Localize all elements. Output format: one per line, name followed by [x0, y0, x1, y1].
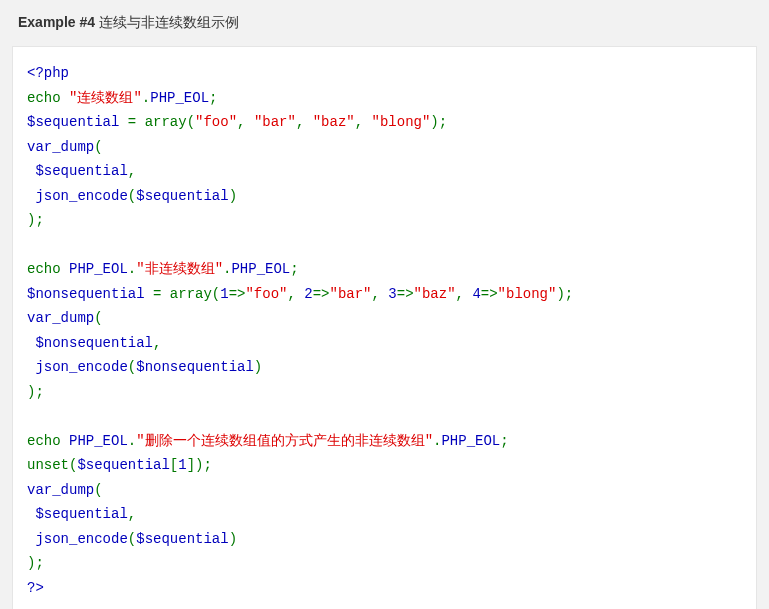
- code-token: ,: [355, 114, 372, 130]
- code-token: = array(: [153, 286, 220, 302]
- code-token: "foo": [245, 286, 287, 302]
- code-token: (: [128, 531, 136, 547]
- code-token: $sequential: [27, 114, 128, 130]
- code-token: =>: [397, 286, 414, 302]
- code-token: );: [430, 114, 447, 130]
- code-token: $nonsequential: [27, 335, 153, 351]
- code-token: );: [556, 286, 573, 302]
- code-token: );: [27, 555, 44, 571]
- code-token: json_encode: [27, 531, 128, 547]
- code-token: "删除一个连续数组值的方式产生的非连续数组": [136, 433, 433, 449]
- code-token: var_dump: [27, 139, 94, 155]
- code-token: var_dump: [27, 310, 94, 326]
- code-token: $sequential: [136, 531, 228, 547]
- code-token: ,: [128, 506, 136, 522]
- example-header: Example #4 连续与非连续数组示例: [0, 0, 769, 46]
- code-token: "bar": [330, 286, 372, 302]
- code-token: =>: [313, 286, 330, 302]
- code-token: (: [128, 359, 136, 375]
- code-token: 4: [472, 286, 480, 302]
- code-token: ): [229, 531, 237, 547]
- code-token: "连续数组": [69, 90, 142, 106]
- code-token: $nonsequential: [27, 286, 153, 302]
- code-token: .: [142, 90, 150, 106]
- code-token: (: [94, 310, 102, 326]
- code-token: ,: [128, 163, 136, 179]
- code-token: PHP_EOL: [69, 433, 128, 449]
- example-title: 连续与非连续数组示例: [99, 14, 239, 30]
- code-token: [: [170, 457, 178, 473]
- code-token: (: [94, 482, 102, 498]
- code-token: json_encode: [27, 359, 128, 375]
- code-token: $sequential: [136, 188, 228, 204]
- code-token: ;: [290, 261, 298, 277]
- code-token: );: [27, 212, 44, 228]
- code-token: (: [94, 139, 102, 155]
- code-token: $sequential: [27, 163, 128, 179]
- code-token: "baz": [313, 114, 355, 130]
- code-token: ]);: [187, 457, 212, 473]
- example-label: Example #4: [18, 14, 95, 30]
- code-token: ,: [287, 286, 304, 302]
- code-token: "baz": [414, 286, 456, 302]
- code-token: "bar": [254, 114, 296, 130]
- code-token: "非连续数组": [136, 261, 223, 277]
- code-token: ,: [153, 335, 161, 351]
- code-token: $sequential: [27, 506, 128, 522]
- code-token: (: [128, 188, 136, 204]
- code-token: "blong": [498, 286, 557, 302]
- code-token: json_encode: [27, 188, 128, 204]
- code-token: echo: [27, 90, 69, 106]
- code-token: = array(: [128, 114, 195, 130]
- code-token: =>: [229, 286, 246, 302]
- code-token: ,: [372, 286, 389, 302]
- code-token: unset(: [27, 457, 77, 473]
- code-token: .: [128, 433, 136, 449]
- code-token: 3: [388, 286, 396, 302]
- code-token: ,: [296, 114, 313, 130]
- code-token: PHP_EOL: [231, 261, 290, 277]
- code-token: PHP_EOL: [69, 261, 128, 277]
- code-token: "foo": [195, 114, 237, 130]
- example-title-text: 连续与非连续数组示例: [99, 14, 239, 30]
- code-token: echo: [27, 433, 69, 449]
- code-token: $nonsequential: [136, 359, 254, 375]
- code-token: ): [254, 359, 262, 375]
- code-token: ;: [209, 90, 217, 106]
- code-block: <?php echo "连续数组".PHP_EOL; $sequential =…: [12, 46, 757, 609]
- code-token: <?php: [27, 65, 69, 81]
- code-token: ;: [500, 433, 508, 449]
- code-token: PHP_EOL: [150, 90, 209, 106]
- code-token: "blong": [372, 114, 431, 130]
- code-token: var_dump: [27, 482, 94, 498]
- code-token: .: [128, 261, 136, 277]
- code-token: echo: [27, 261, 69, 277]
- code-token: 1: [178, 457, 186, 473]
- code-token: ,: [237, 114, 254, 130]
- php-code: <?php echo "连续数组".PHP_EOL; $sequential =…: [27, 61, 742, 600]
- code-token: =>: [481, 286, 498, 302]
- code-token: PHP_EOL: [441, 433, 500, 449]
- code-token: 1: [220, 286, 228, 302]
- code-token: );: [27, 384, 44, 400]
- code-token: ): [229, 188, 237, 204]
- code-token: ,: [456, 286, 473, 302]
- code-token: ?>: [27, 580, 44, 596]
- code-token: $sequential: [77, 457, 169, 473]
- code-token: 2: [304, 286, 312, 302]
